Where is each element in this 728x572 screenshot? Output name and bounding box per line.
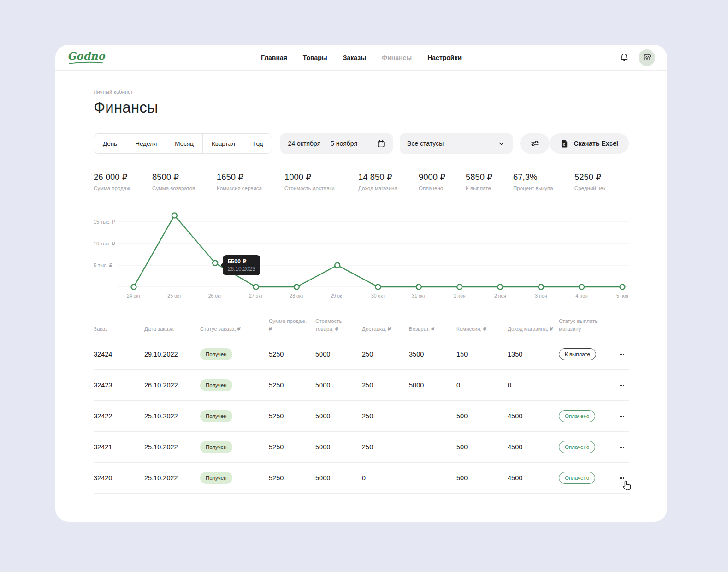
column-header-9: Статус выплаты магазину bbox=[559, 317, 620, 339]
svg-text:x: x bbox=[562, 142, 565, 146]
income-cell: 4500 bbox=[508, 463, 559, 494]
payout-status-badge: К выплате bbox=[559, 348, 596, 360]
calendar-icon bbox=[377, 139, 385, 148]
table-row: 3242429.10.2022Получен525050002503500150… bbox=[94, 339, 629, 370]
period-option-2[interactable]: Месяц bbox=[166, 134, 202, 153]
svg-text:25 окт: 25 окт bbox=[167, 293, 181, 298]
page-title: Финансы bbox=[94, 99, 629, 116]
income-cell: 0 bbox=[508, 370, 559, 401]
nav-item-4[interactable]: Настройки bbox=[427, 54, 462, 61]
column-header-5: Доставка, ₽ bbox=[362, 317, 409, 339]
main-nav: ГлавнаяТоварыЗаказыФинансыНастройки bbox=[261, 54, 462, 61]
stat-card-0: 26 000 ₽Сумма продаж bbox=[94, 172, 152, 191]
stat-card-5: 9000 ₽Оплачено bbox=[419, 172, 466, 191]
table-header-row: ЗаказДата заказаСтатус заказа, ₽Сумма пр… bbox=[94, 317, 629, 339]
order-date-cell: 25.10.2022 bbox=[144, 432, 200, 463]
main-card: Godno ГлавнаяТоварыЗаказыФинансыНастройк… bbox=[55, 45, 667, 522]
payout-status-empty: — bbox=[559, 381, 566, 389]
ellipsis-menu-icon[interactable] bbox=[620, 414, 623, 419]
more-filters-button[interactable] bbox=[520, 133, 550, 154]
chevron-down-icon bbox=[497, 140, 505, 148]
column-header-4: Стоимость товара, ₽ bbox=[315, 317, 362, 339]
stats-row: 26 000 ₽Сумма продаж8500 ₽Сумма возврато… bbox=[94, 172, 629, 191]
stat-label: Комиссия сервиса bbox=[217, 185, 284, 191]
page-content: Личный кабинет Финансы ДеньНеделяМесяцКв… bbox=[55, 89, 667, 494]
order-id-cell: 32424 bbox=[94, 339, 144, 370]
table-row: 3242025.10.2022Получен5250500005004500Оп… bbox=[94, 463, 629, 494]
sales-sum-cell: 5250 bbox=[269, 401, 315, 432]
income-cell: 4500 bbox=[508, 432, 559, 463]
svg-text:30 окт: 30 окт bbox=[371, 293, 385, 298]
column-header-1: Дата заказа bbox=[144, 317, 200, 339]
stat-card-6: 5850 ₽К выплате bbox=[466, 172, 513, 191]
date-range-field[interactable]: 24 октября — 5 ноября bbox=[280, 133, 393, 154]
stat-label: Оплачено bbox=[419, 185, 466, 191]
stat-card-7: 67,3%Процент выкупа bbox=[513, 172, 574, 191]
nav-item-3[interactable]: Финансы bbox=[382, 54, 412, 61]
svg-text:1 ноя: 1 ноя bbox=[454, 293, 466, 298]
nav-item-2[interactable]: Заказы bbox=[343, 54, 366, 61]
table-row: 3242326.10.2022Получен52505000250500000— bbox=[94, 370, 629, 401]
svg-text:15 тыс. ₽: 15 тыс. ₽ bbox=[94, 219, 115, 225]
sales-sum-cell: 5250 bbox=[269, 432, 315, 463]
sales-sum-cell: 5250 bbox=[269, 339, 315, 370]
order-status-cell: Получен bbox=[200, 432, 269, 463]
svg-text:5 тыс. ₽: 5 тыс. ₽ bbox=[94, 262, 112, 268]
svg-text:28 окт: 28 окт bbox=[290, 293, 303, 298]
column-header-menu bbox=[620, 317, 629, 339]
stat-label: Сумма возвратов bbox=[152, 185, 217, 191]
logo[interactable]: Godno bbox=[67, 51, 105, 65]
order-date-cell: 29.10.2022 bbox=[144, 339, 200, 370]
svg-text:10 тыс. ₽: 10 тыс. ₽ bbox=[94, 241, 115, 246]
order-id-cell: 32423 bbox=[94, 370, 144, 401]
stat-card-8: 5250 ₽Средний чек bbox=[574, 172, 605, 191]
stat-card-1: 8500 ₽Сумма возвратов bbox=[152, 172, 217, 191]
ellipsis-menu-icon[interactable] bbox=[620, 352, 623, 358]
sales-chart: 5500 ₽ 26.10.2023 15 тыс. ₽10 тыс. ₽5 ты… bbox=[94, 210, 629, 301]
delivery-cell: 250 bbox=[362, 401, 409, 432]
payout-status-cell: — bbox=[559, 370, 620, 401]
nav-item-0[interactable]: Главная bbox=[261, 54, 287, 61]
delivery-cell: 250 bbox=[362, 370, 409, 401]
download-excel-label: Скачать Excel bbox=[574, 140, 618, 147]
status-select[interactable]: Все статусы bbox=[400, 133, 513, 154]
stat-value: 8500 ₽ bbox=[152, 172, 217, 182]
account-avatar[interactable] bbox=[639, 49, 655, 66]
commission-cell: 500 bbox=[456, 432, 508, 463]
breadcrumb: Личный кабинет bbox=[94, 89, 629, 95]
logo-underline-flourish bbox=[68, 61, 103, 65]
sliders-icon bbox=[530, 138, 540, 149]
payout-status-badge: Оплачено bbox=[559, 410, 595, 422]
refund-cell bbox=[409, 432, 456, 463]
delivery-cell: 0 bbox=[362, 463, 409, 494]
ellipsis-menu-icon[interactable] bbox=[620, 476, 623, 481]
period-option-3[interactable]: Квартал bbox=[202, 134, 244, 153]
ellipsis-menu-icon[interactable] bbox=[620, 383, 623, 388]
svg-text:2 ноя: 2 ноя bbox=[494, 293, 506, 298]
svg-text:5 ноя: 5 ноя bbox=[616, 293, 628, 298]
stat-value: 26 000 ₽ bbox=[94, 172, 152, 182]
order-date-cell: 25.10.2022 bbox=[144, 401, 200, 432]
period-option-1[interactable]: Неделя bbox=[126, 134, 166, 153]
bell-icon bbox=[619, 53, 629, 63]
download-excel-button[interactable]: x Скачать Excel bbox=[550, 133, 629, 154]
stat-value: 1650 ₽ bbox=[217, 172, 284, 182]
refund-cell: 5000 bbox=[409, 370, 456, 401]
notifications-button[interactable] bbox=[618, 51, 631, 64]
nav-item-1[interactable]: Товары bbox=[303, 54, 327, 61]
period-option-0[interactable]: День bbox=[94, 134, 126, 153]
logo-text: Godno bbox=[67, 51, 105, 61]
column-header-7: Комиссия, ₽ bbox=[456, 317, 508, 339]
stat-value: 67,3% bbox=[513, 172, 574, 182]
ellipsis-menu-icon[interactable] bbox=[620, 445, 623, 450]
order-id-cell: 32421 bbox=[94, 432, 144, 463]
order-status-badge: Получен bbox=[200, 379, 232, 391]
svg-text:27 окт: 27 окт bbox=[249, 293, 263, 298]
order-status-cell: Получен bbox=[200, 339, 269, 370]
stat-value: 9000 ₽ bbox=[419, 172, 466, 182]
payout-status-badge: Оплачено bbox=[559, 472, 595, 484]
table-row: 3242225.10.2022Получен525050002505004500… bbox=[94, 401, 629, 432]
period-option-4[interactable]: Год bbox=[244, 134, 272, 153]
excel-file-icon: x bbox=[560, 139, 569, 148]
item-cost-cell: 5000 bbox=[315, 432, 362, 463]
